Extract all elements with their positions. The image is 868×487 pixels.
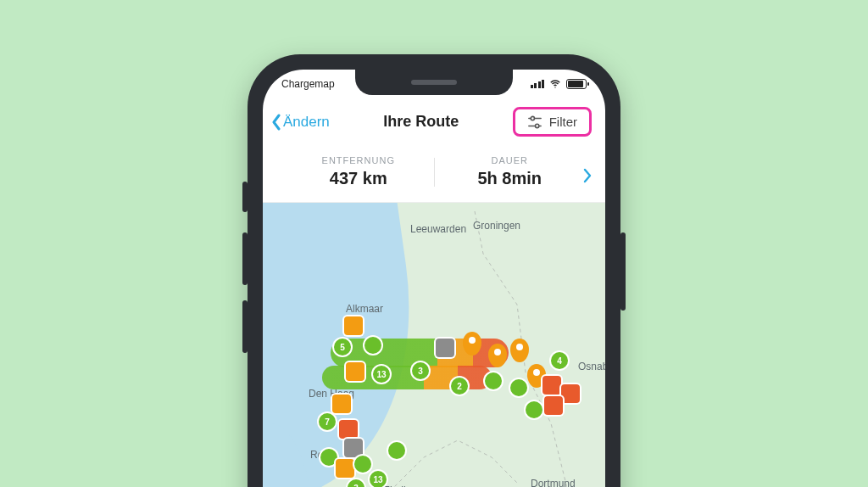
charger-pin-fast[interactable] bbox=[336, 459, 354, 478]
power-button bbox=[620, 232, 626, 311]
route-stats[interactable]: ENTFERNUNG 437 km DAUER 5h 8min bbox=[263, 148, 605, 203]
charger-pin-drop[interactable] bbox=[488, 344, 507, 367]
notch bbox=[355, 70, 513, 95]
chevron-right-icon bbox=[583, 168, 592, 183]
svg-point-4 bbox=[535, 124, 538, 127]
screen: Chargemap Ändern Ihre Route Filter ENTFE… bbox=[263, 70, 605, 487]
charger-pin-fast[interactable] bbox=[332, 395, 351, 413]
side-button bbox=[242, 182, 248, 212]
charger-pin-cluster[interactable]: 13 bbox=[370, 471, 387, 487]
charger-pin[interactable] bbox=[510, 379, 527, 396]
signal-icon bbox=[531, 80, 545, 88]
volume-down-button bbox=[242, 300, 248, 353]
nav-bar: Ändern Ihre Route Filter bbox=[263, 98, 605, 148]
charger-pin-cluster[interactable]: 3 bbox=[412, 362, 429, 379]
svg-point-2 bbox=[531, 116, 534, 120]
distance-label: ENTFERNUNG bbox=[283, 155, 434, 165]
charger-pin-unavailable[interactable] bbox=[436, 339, 454, 357]
chevron-left-icon bbox=[271, 114, 281, 131]
charger-pin-cluster[interactable]: 5 bbox=[334, 339, 351, 355]
charger-pin-busy[interactable] bbox=[542, 376, 561, 395]
svg-point-0 bbox=[554, 87, 555, 87]
charger-pin-busy[interactable] bbox=[339, 420, 358, 439]
charger-pin[interactable] bbox=[320, 449, 337, 466]
phone-frame: Chargemap Ändern Ihre Route Filter ENTFE… bbox=[248, 54, 620, 487]
duration-label: DAUER bbox=[435, 155, 586, 165]
charger-pin-drop[interactable] bbox=[510, 339, 529, 362]
charger-pin[interactable] bbox=[364, 337, 381, 354]
back-button[interactable]: Ändern bbox=[271, 114, 330, 131]
stat-duration: DAUER 5h 8min bbox=[435, 155, 586, 188]
back-label: Ändern bbox=[283, 114, 330, 131]
charger-pin-cluster[interactable]: 2 bbox=[451, 378, 468, 395]
filter-button[interactable]: Filter bbox=[513, 107, 592, 137]
wifi-icon bbox=[549, 78, 561, 90]
map-view[interactable]: LeeuwardenGroningenAlkmaarOsnabrDen Haag… bbox=[263, 203, 605, 487]
charger-pin[interactable] bbox=[485, 372, 502, 389]
charger-pin-cluster[interactable]: 3 bbox=[348, 479, 364, 487]
distance-value: 437 km bbox=[283, 169, 434, 188]
page-title: Ihre Route bbox=[383, 113, 459, 131]
duration-value: 5h 8min bbox=[435, 169, 586, 188]
charger-pin-busy[interactable] bbox=[561, 384, 580, 403]
battery-icon bbox=[566, 79, 587, 89]
charger-pin-fast[interactable] bbox=[346, 362, 364, 381]
charger-pin-cluster[interactable]: 4 bbox=[551, 352, 568, 369]
charger-pin[interactable] bbox=[388, 442, 405, 459]
stat-distance: ENTFERNUNG 437 km bbox=[283, 155, 434, 188]
charger-pin-cluster[interactable]: 7 bbox=[319, 413, 336, 430]
charger-pin[interactable] bbox=[526, 401, 542, 418]
charger-pin-fast[interactable] bbox=[344, 316, 363, 335]
charger-pin-cluster[interactable]: 13 bbox=[373, 366, 390, 383]
charger-pin-busy[interactable] bbox=[544, 396, 563, 415]
charging-pins: 5 13 3 2 4 7 bbox=[263, 203, 605, 487]
volume-up-button bbox=[242, 232, 248, 285]
speaker bbox=[411, 80, 457, 85]
filter-icon bbox=[527, 115, 542, 129]
charger-pin-unavailable[interactable] bbox=[344, 439, 363, 457]
carrier-label: Chargemap bbox=[281, 78, 335, 90]
filter-label: Filter bbox=[549, 115, 577, 129]
charger-pin[interactable] bbox=[354, 456, 371, 473]
